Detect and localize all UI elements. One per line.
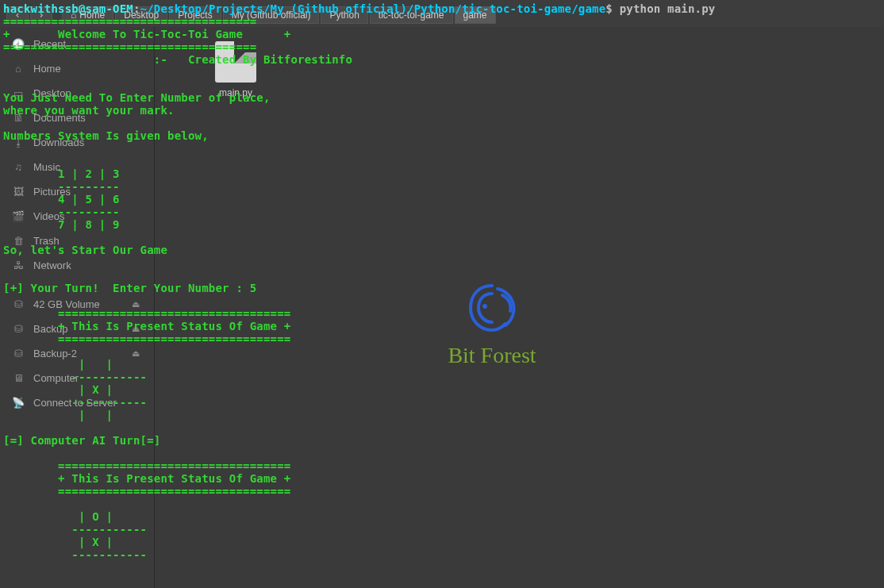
prompt-separator: :	[133, 2, 140, 15]
prompt-path: ~/Desktop/Projects/My (Github official)/…	[140, 2, 606, 15]
command-text: python main.py	[620, 2, 716, 15]
terminal-window[interactable]: hackwithssb@sam-OEM:~/Desktop/Projects/M…	[0, 0, 884, 588]
prompt-user: hackwithssb@sam-OEM	[3, 2, 133, 15]
prompt-dollar: $	[605, 2, 619, 15]
terminal-output: ===================================== + …	[3, 15, 352, 561]
